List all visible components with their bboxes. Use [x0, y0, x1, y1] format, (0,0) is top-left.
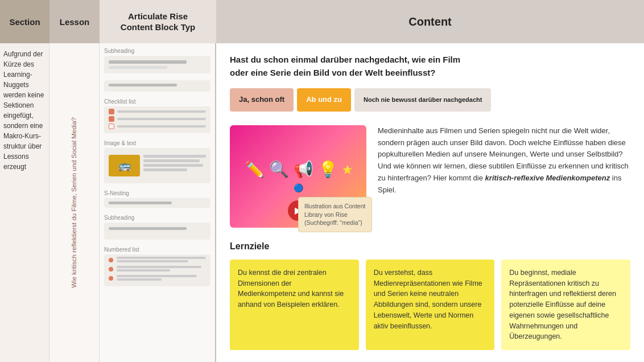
header-section: Section: [0, 0, 49, 43]
media-container: ✏️ 🔍 📢 💡 ⭐ 🔵 ▶ Illustration aus Content …: [230, 125, 366, 228]
cb-subheading-item: Subheading: [104, 48, 210, 73]
cb-check-icon: [109, 116, 114, 122]
body-text: Medieninhalte aus Filmen und Serien spie…: [378, 125, 630, 196]
header-content: Content: [216, 0, 644, 43]
cb-subheading3-label: Subheading: [104, 215, 210, 221]
magnifier-icon: 🔍: [269, 160, 289, 179]
cb-image-text-item: Image & text 🚌: [104, 140, 210, 183]
dot-icon: 🔵: [294, 183, 303, 192]
media-icons-group: ✏️ 🔍 📢 💡 ⭐ 🔵: [230, 151, 366, 201]
quiz-btn-1[interactable]: Ja, schon oft: [230, 88, 294, 112]
lernziele-title: Lernziele: [230, 241, 630, 252]
cb-check-row: [109, 109, 206, 114]
cb-num-dot: [109, 276, 113, 281]
cb-check-row: [109, 116, 206, 122]
cb-subheading2-item: [104, 80, 210, 92]
quiz-btn-2[interactable]: Ab und zu: [297, 88, 351, 112]
quiz-btn-3[interactable]: Noch nie bewusst darüber nachgedacht: [354, 88, 491, 112]
lernziele-card-1: Du kennst die drei zentralen Dimensionen…: [230, 260, 359, 350]
speaker-icon: 📢: [294, 160, 313, 179]
cb-num-row: [109, 266, 206, 273]
cb-subheading3-box: [104, 223, 210, 240]
cb-image-text-label: Image & text: [104, 140, 210, 146]
lightbulb-icon: 💡: [318, 160, 338, 179]
cb-subheading2-box: [104, 80, 210, 92]
cb-numbered-label: Numbered list: [104, 246, 210, 253]
content-header-label: Content: [408, 15, 452, 28]
lernziele-card-2: Du verstehst, dass Medienrepräsentatione…: [366, 260, 495, 350]
cb-num-dot: [109, 258, 113, 262]
cb-num-text: [117, 275, 206, 282]
star-icon: ⭐: [342, 165, 352, 174]
image-text-section: ✏️ 🔍 📢 💡 ⭐ 🔵 ▶ Illustration aus Content …: [230, 125, 630, 228]
lernziele-section: Lernziele Du kennst die drei zentralen D…: [230, 241, 630, 350]
cb-numbered-box: [104, 254, 210, 286]
cb-image-placeholder: 🚌: [109, 155, 140, 176]
cb-num-row: [109, 257, 206, 264]
header-lesson: Lesson: [49, 0, 100, 43]
cb-num-row: [109, 275, 206, 282]
cb-checklist-label: Checklist list: [104, 98, 210, 105]
section-column: Aufgrund der Kürze des Learning-Nuggets …: [0, 43, 49, 362]
cb-checklist-item: Checklist list: [104, 98, 210, 133]
main-question: Hast du schon einmal darüber nachgedacht…: [230, 54, 469, 79]
lesson-header-label: Lesson: [60, 17, 90, 27]
cb-snesting-item: S-Nesting: [104, 190, 210, 208]
section-header-label: Section: [9, 17, 40, 27]
quiz-buttons-group: Ja, schon oft Ab und zu Noch nie bewusst…: [230, 88, 630, 112]
cb-subheading3-item: Subheading: [104, 215, 210, 240]
body-italic: kritisch-reflexive Medienkompetenz: [485, 174, 610, 182]
cb-checklist-box: [104, 106, 210, 133]
cb-check-row: [109, 124, 206, 129]
lesson-rotated-text: Wie kritisch reflektierst du Filme, Seri…: [67, 113, 81, 293]
cb-subheading-box: [104, 56, 210, 73]
content-block-column: Subheading Checklist list: [100, 43, 216, 362]
cb-image-text-box: 🚌: [104, 148, 210, 183]
main-content-area: Hast du schon einmal darüber nachgedacht…: [216, 43, 644, 362]
image-caption: Illustration aus Content Library von Ris…: [298, 197, 372, 232]
lesson-column: Wie kritisch reflektierst du Filme, Seri…: [49, 43, 100, 362]
cb-numbered-item: Numbered list: [104, 246, 210, 286]
cb-check-icon: [109, 124, 114, 129]
lernziele-cards: Du kennst die drei zentralen Dimensionen…: [230, 260, 630, 350]
cb-num-dot: [109, 267, 113, 272]
cb-num-text: [117, 257, 206, 264]
cb-snesting-box: [104, 198, 210, 208]
cb-num-text: [117, 266, 206, 273]
cb-subheading-label: Subheading: [104, 48, 210, 54]
cb-text-lines: [143, 155, 206, 176]
header-content-block: Articulate RiseContent Block Typ: [100, 0, 216, 43]
pencil-icon: ✏️: [245, 160, 265, 179]
cb-snesting-label: S-Nesting: [104, 190, 210, 196]
cb-check-icon: [109, 109, 114, 114]
lernziele-card-3: Du beginnst, mediale Repräsentationen kr…: [501, 260, 630, 350]
section-text: Aufgrund der Kürze des Learning-Nuggets …: [3, 49, 46, 172]
content-block-header-label: Articulate RiseContent Block Typ: [121, 11, 195, 33]
cb-img-text-layout: 🚌: [109, 153, 206, 179]
